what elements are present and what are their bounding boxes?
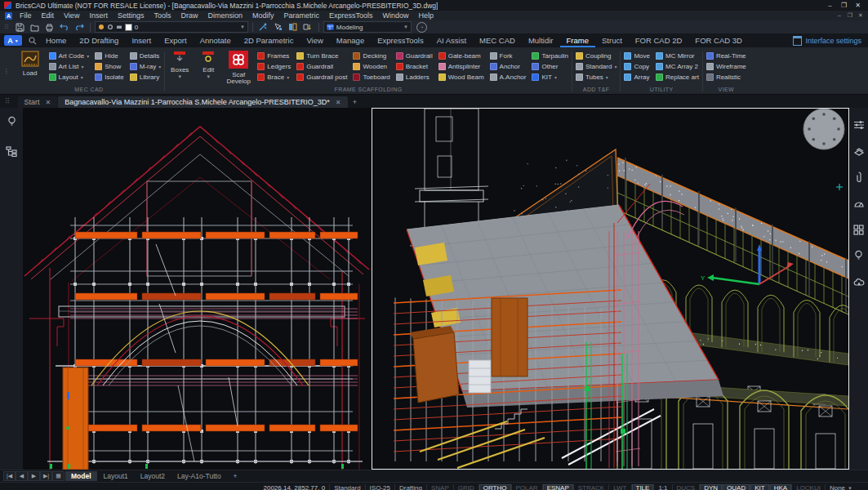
menu-settings[interactable]: Settings — [113, 11, 149, 20]
ribbon-tab-2d-drafting[interactable]: 2D Drafting — [73, 33, 125, 47]
status-snap[interactable]: SNAP — [426, 484, 453, 490]
viewport-2d-elevation[interactable] — [23, 108, 372, 470]
panel-tips-lamp-icon[interactable] — [4, 114, 19, 129]
close-tab-icon[interactable]: ✕ — [336, 99, 341, 106]
move-button[interactable]: Move — [622, 51, 652, 60]
a-anchor-button[interactable]: A.Anchor — [488, 72, 528, 82]
toeboard-button[interactable]: Toeboard — [351, 72, 391, 82]
ledgers-button[interactable]: Ledgers — [256, 61, 292, 71]
status-kit[interactable]: KIT — [750, 484, 768, 490]
copy-button[interactable]: Copy — [622, 61, 652, 71]
library-button[interactable]: Library — [128, 72, 162, 82]
toolbar-grip[interactable]: ⠿ — [4, 24, 10, 31]
menu-draw[interactable]: Draw — [176, 11, 203, 20]
status-standard[interactable]: Standard — [329, 484, 364, 490]
guardrail-post-button[interactable]: Guardrail post — [295, 72, 349, 82]
ribbon-tab-for-cad-2d[interactable]: FOR CAD 2D — [629, 33, 689, 47]
help-clock-icon[interactable]: ◔ — [416, 22, 427, 33]
tubes-button[interactable]: Tubes▾ — [574, 72, 618, 82]
new-document-tab-button[interactable]: + — [349, 96, 362, 108]
panel-measure-protractor-icon[interactable] — [852, 196, 866, 211]
viewport-3d-model[interactable]: Y — [372, 108, 849, 470]
art-code-button[interactable]: Art Code▾ — [47, 51, 91, 60]
ribbon-tab-struct[interactable]: Struct — [595, 33, 629, 47]
restore-button[interactable]: ❐ — [838, 2, 850, 9]
realistic-button[interactable]: Realistic — [705, 72, 748, 82]
redo-button[interactable] — [73, 22, 86, 33]
status-ducs[interactable]: DUCS — [672, 484, 700, 490]
wood-beam-button[interactable]: Wood Beam — [437, 72, 486, 82]
hotkey-assistant-icon[interactable] — [301, 22, 314, 33]
kit-button[interactable]: KIT▾ — [530, 72, 569, 82]
ribbon-tab-export[interactable]: Export — [158, 33, 193, 47]
document-tabs-grip[interactable]: ⠿ — [5, 97, 11, 105]
status-polar[interactable]: POLAR — [511, 484, 542, 490]
status-ortho[interactable]: ORTHO — [479, 484, 511, 490]
mc-array-2-button[interactable]: MC Array 2 — [654, 61, 701, 71]
scaf-develop-button[interactable]: Scaf Develop — [224, 49, 253, 85]
mdi-close-button[interactable]: ✕ — [856, 12, 866, 19]
show-button[interactable]: Show — [93, 61, 126, 71]
panel-settings-sliders-icon[interactable] — [852, 118, 866, 132]
document-tab-drawing[interactable]: Bagnacavallo-Via Mazzini 1-Parrocchia S.… — [58, 96, 347, 108]
menu-tools[interactable]: Tools — [149, 11, 176, 20]
brace-button[interactable]: Brace▾ — [256, 72, 292, 82]
status-strack[interactable]: STRACK — [573, 484, 608, 490]
layer-combo[interactable]: 0 ▼ — [95, 21, 248, 33]
bracket-button[interactable]: Bracket — [394, 61, 434, 71]
ribbon-tab-for-cad-3d[interactable]: FOR CAD 3D — [688, 33, 749, 47]
tarpaulin-button[interactable]: Tarpaulin — [530, 51, 569, 60]
panel-attachment-clip-icon[interactable] — [852, 170, 866, 185]
layout-nav-3[interactable]: ▶| — [40, 471, 52, 481]
details-button[interactable]: Details — [128, 51, 162, 60]
isolate-button[interactable]: Isolate — [93, 72, 126, 82]
panel-structure-tree-icon[interactable] — [4, 144, 19, 158]
open-button[interactable] — [29, 22, 42, 33]
layout-nav-0[interactable]: |◀ — [3, 471, 16, 481]
panel-tips-lamp-icon[interactable] — [852, 248, 866, 263]
ribbon-tab-insert[interactable]: Insert — [125, 33, 158, 47]
status-1-1[interactable]: 1:1 — [653, 484, 671, 490]
undo-button[interactable] — [58, 22, 71, 33]
menu-window[interactable]: Window — [378, 11, 414, 20]
menu-edit[interactable]: Edit — [37, 11, 60, 20]
layout-nav-4[interactable]: ▦ — [52, 471, 65, 481]
status-lwt[interactable]: LWT — [608, 484, 630, 490]
m-ray-button[interactable]: M-ray▾ — [128, 61, 162, 71]
save-button[interactable] — [14, 22, 27, 33]
minimize-button[interactable]: – — [824, 2, 836, 9]
layout-nav-1[interactable]: ◀ — [16, 471, 28, 481]
status-dyn[interactable]: DYN — [699, 484, 722, 490]
layout-tab-lay-a1o-tutto[interactable]: Lay-A1o-Tutto — [171, 471, 227, 481]
menu-file[interactable]: File — [15, 11, 37, 20]
layout-tab-layout1[interactable]: Layout1 — [98, 471, 134, 481]
status-drafting[interactable]: Drafting — [394, 484, 426, 490]
load-button[interactable]: Load — [16, 49, 45, 77]
ribbon-tab-home[interactable]: Home — [39, 33, 73, 47]
close-tab-icon[interactable]: ✕ — [46, 99, 51, 106]
application-button[interactable]: A▼ — [4, 35, 22, 46]
standard-button[interactable]: Standard▾ — [574, 61, 618, 71]
drawing-explorer-icon[interactable] — [287, 22, 300, 33]
status-iso-25[interactable]: ISO-25 — [365, 484, 394, 490]
ribbon-tab-annotate[interactable]: Annotate — [194, 33, 238, 47]
menu-dimension[interactable]: Dimension — [203, 11, 247, 20]
layout-tab-layout2[interactable]: Layout2 — [135, 471, 171, 481]
gate-beam-button[interactable]: Gate-beam — [437, 51, 486, 60]
status-grid[interactable]: GRID — [453, 484, 479, 490]
layout-button[interactable]: Layout▾ — [47, 72, 91, 82]
menu-view[interactable]: View — [59, 11, 84, 20]
anchor-button[interactable]: Anchor — [488, 61, 528, 71]
guardrail-button[interactable]: Guardrail — [394, 51, 434, 60]
layout-nav-2[interactable]: ▶ — [28, 471, 40, 481]
menu-expresstools[interactable]: ExpressTools — [324, 11, 378, 20]
mc-mirror-button[interactable]: MC Mirror — [654, 51, 701, 60]
ribbon-grip[interactable]: ⠇ — [5, 49, 11, 94]
status-quad[interactable]: QUAD — [722, 484, 750, 490]
ribbon-tab-expresstools[interactable]: ExpressTools — [371, 33, 430, 47]
other-button[interactable]: Other — [530, 61, 569, 71]
ribbon-tab-mec-cad[interactable]: MEC CAD — [473, 33, 522, 47]
frames-button[interactable]: Frames — [256, 51, 292, 60]
mdi-minimize-button[interactable]: – — [835, 12, 844, 19]
ribbon-tab-ai-assist[interactable]: AI Assist — [430, 33, 473, 47]
